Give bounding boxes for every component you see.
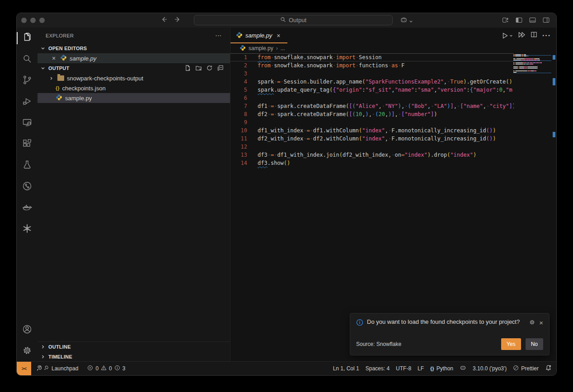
python-file-icon: [56, 94, 62, 102]
notification-gear-icon[interactable]: [529, 319, 535, 326]
code-line[interactable]: 12: [230, 143, 514, 151]
code-area: 1from·snowflake.snowpark·import·Session2…: [230, 53, 556, 362]
braces-icon: {}: [430, 366, 434, 371]
python-file-icon: [236, 32, 243, 40]
activitybar-docker[interactable]: [17, 197, 38, 219]
code-line[interactable]: 7df1·=·spark.createDataFrame([("Alice",·…: [230, 102, 514, 110]
code-line[interactable]: 5spark.update_query_tag({"origin":"sf_si…: [230, 86, 514, 94]
toggle-primary-sidebar-icon[interactable]: [515, 16, 523, 26]
code-line[interactable]: 2from·snowflake.snowpark·import·function…: [230, 61, 514, 70]
rocket-small-icon: [44, 365, 49, 372]
remote-explorer-icon: [22, 117, 33, 130]
testing-beaker-icon: [22, 159, 33, 172]
refresh-icon[interactable]: [206, 65, 213, 72]
collapse-all-icon[interactable]: [217, 65, 224, 72]
traffic-light-close[interactable]: [21, 18, 27, 23]
notifications-bell[interactable]: [542, 364, 553, 373]
nav-forward-icon[interactable]: [174, 16, 181, 23]
title-bar: Output: [17, 13, 556, 28]
launchpad-button[interactable]: Launchpad: [33, 362, 81, 375]
code-line[interactable]: 13df3·=·df1_with_index.join(df2_with_ind…: [230, 151, 514, 159]
breadcrumb-rest[interactable]: ...: [281, 45, 285, 51]
line-number: 12: [230, 143, 258, 151]
gear-icon: [22, 345, 33, 358]
editor-more-actions-icon[interactable]: ···: [542, 32, 551, 40]
activitybar-circle-branch[interactable]: [17, 176, 38, 197]
error-icon: [87, 365, 93, 372]
notification-toast: Do you want to load the found checkpoint…: [350, 313, 550, 355]
tab-sample-py[interactable]: sample.py ×: [230, 28, 287, 43]
code-line[interactable]: 3: [230, 70, 514, 78]
split-editor-icon[interactable]: [531, 31, 537, 40]
language-mode[interactable]: {} Python: [427, 365, 456, 372]
code-line[interactable]: 6: [230, 94, 514, 102]
activitybar-snowflake[interactable]: [17, 219, 38, 240]
traffic-light-zoom[interactable]: [39, 18, 45, 23]
activitybar-testing[interactable]: [17, 155, 38, 176]
python-interpreter[interactable]: 3.10.0 ('pyo3'): [470, 365, 510, 372]
new-folder-icon[interactable]: [195, 65, 202, 72]
tab-close-icon[interactable]: ×: [275, 32, 282, 39]
search-icon: [22, 53, 33, 66]
line-number: 6: [230, 94, 258, 102]
accounts-button[interactable]: [17, 319, 38, 341]
notification-close-icon[interactable]: ×: [539, 319, 543, 327]
toggle-panel-icon[interactable]: [529, 16, 536, 26]
rocket-icon: [36, 365, 42, 373]
new-file-icon[interactable]: [184, 65, 191, 72]
remote-indicator[interactable]: ><: [17, 362, 31, 375]
tree-item-snowpark-checkpoints-output[interactable]: snowpark-checkpoints-output: [38, 73, 230, 83]
info-count: 3: [122, 365, 126, 372]
activitybar-search[interactable]: [17, 49, 38, 70]
copilot-status[interactable]: [456, 364, 470, 373]
section-timeline[interactable]: TIMELINE: [38, 352, 230, 362]
activitybar-explorer[interactable]: [17, 28, 38, 49]
code-line[interactable]: 8df2·=·spark.createDataFrame([(10,),·(20…: [230, 110, 514, 118]
nav-back-icon[interactable]: [160, 16, 168, 23]
minimap[interactable]: [513, 54, 551, 73]
breadcrumb[interactable]: sample.py › ...: [230, 43, 556, 53]
command-center-search[interactable]: Output: [194, 15, 393, 25]
code-line[interactable]: 10df1_with_index·=·df1.withColumn("index…: [230, 126, 514, 135]
breadcrumb-file[interactable]: sample.py: [249, 45, 273, 51]
settings-button[interactable]: [17, 341, 38, 362]
no-button[interactable]: No: [526, 338, 543, 350]
open-editor-label: sample.py: [70, 55, 96, 62]
problems-indicator[interactable]: 0 0 3: [84, 362, 128, 375]
toggle-secondary-sidebar-icon[interactable]: [542, 16, 550, 26]
source-control-icon: [22, 75, 33, 87]
indentation[interactable]: Spaces: 4: [362, 365, 393, 372]
activitybar-remote-explorer[interactable]: [17, 112, 38, 134]
yes-button[interactable]: Yes: [501, 338, 521, 350]
code-line[interactable]: 4spark·=·Session.builder.app_name("Spark…: [230, 78, 514, 86]
tab-label: sample.py: [245, 32, 272, 39]
line-number: 7: [230, 102, 258, 110]
open-editor-sample-py[interactable]: × sample.py: [38, 53, 230, 63]
activitybar-source-control[interactable]: [17, 70, 38, 91]
activitybar-extensions[interactable]: [17, 134, 38, 155]
encoding[interactable]: UTF-8: [393, 365, 414, 372]
code-line[interactable]: 1from·snowflake.snowpark·import·Session: [230, 53, 514, 61]
tree-item-checkpoints-json[interactable]: {} checkpoints.json: [38, 83, 230, 93]
tree-item-sample-py[interactable]: sample.py: [38, 93, 230, 103]
activitybar-run-debug[interactable]: [17, 91, 38, 112]
code-line[interactable]: 11df2_with_index·=·df2.withColumn("index…: [230, 135, 514, 143]
eol-sequence[interactable]: LF: [414, 365, 427, 372]
cursor-position[interactable]: Ln 1, Col 1: [330, 365, 362, 372]
customize-layout-icon[interactable]: [502, 16, 509, 26]
section-output[interactable]: OUTPUT: [38, 63, 230, 73]
run-python-file-button[interactable]: [501, 32, 513, 39]
traffic-light-minimize[interactable]: [30, 18, 36, 23]
explorer-more-actions-icon[interactable]: ···: [216, 33, 222, 38]
code-line[interactable]: 14df3.show(): [230, 159, 514, 167]
formatter-status[interactable]: Prettier: [510, 365, 542, 372]
overview-ruler[interactable]: [552, 53, 556, 362]
copilot-icon[interactable]: [400, 16, 408, 26]
section-outline[interactable]: OUTLINE: [38, 342, 230, 352]
code-line[interactable]: 9: [230, 118, 514, 126]
section-open-editors[interactable]: OPEN EDITORS: [38, 43, 230, 53]
error-count: 0: [95, 365, 99, 372]
run-all-icon[interactable]: [518, 31, 526, 40]
close-icon[interactable]: ×: [50, 55, 57, 62]
copilot-chevron-down-icon[interactable]: [409, 17, 413, 25]
